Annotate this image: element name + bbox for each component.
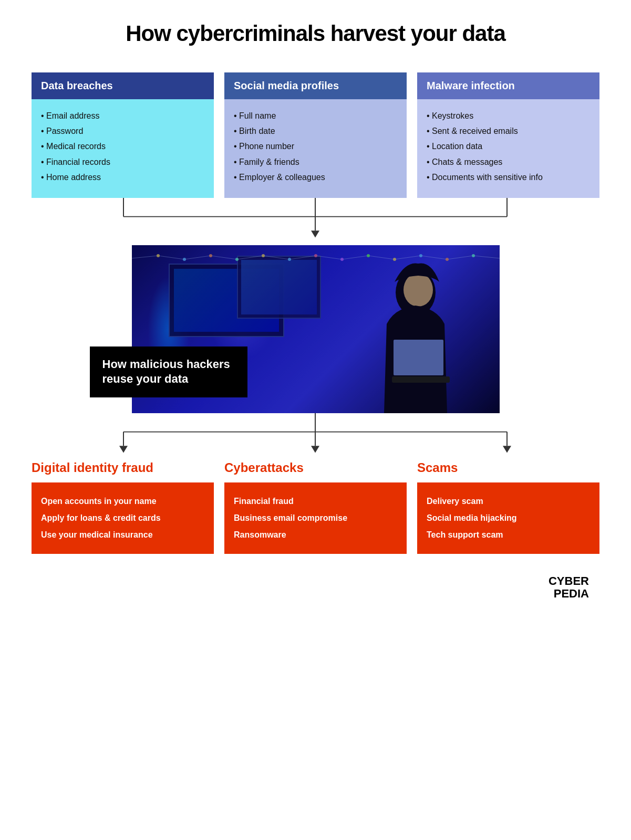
list-item: Family & friends (234, 155, 397, 169)
list-item: Keystrokes (427, 109, 590, 123)
bottom-cards-section: Digital identity fraud Open accounts in … (32, 460, 599, 554)
malware-card: Malware infection Keystrokes Sent & rece… (417, 72, 599, 198)
list-item: Home address (41, 170, 204, 184)
list-item: Email address (41, 109, 204, 123)
mid-to-bottom-arrows (32, 413, 599, 460)
hackers-label-line2: reuse your data (102, 372, 189, 385)
list-item: Delivery scam (427, 493, 590, 510)
data-breaches-list: Email address Password Medical records F… (41, 109, 204, 184)
cyberattacks-body: Financial fraud Business email compromis… (224, 482, 407, 554)
hackers-label-line1: How malicious hackers (102, 358, 230, 371)
mid-section: How malicious hackers reuse your data (32, 245, 599, 413)
list-item: Ransomware (234, 527, 397, 543)
bottom-arrows-svg (32, 413, 599, 455)
social-media-body: Full name Birth date Phone number Family… (224, 99, 407, 198)
social-media-header: Social media profiles (224, 72, 407, 99)
svg-marker-31 (503, 446, 511, 453)
list-item: Apply for loans & credit cards (41, 510, 204, 527)
footer-logo: CYBER PEDIA (549, 575, 589, 600)
list-item: Financial fraud (234, 493, 397, 510)
social-media-card: Social media profiles Full name Birth da… (224, 72, 407, 198)
malware-body: Keystrokes Sent & received emails Locati… (417, 99, 599, 198)
list-item: Location data (427, 139, 590, 153)
scams-body: Delivery scam Social media hijacking Tec… (417, 482, 599, 554)
list-item: Use your medical insurance (41, 527, 204, 543)
social-media-list: Full name Birth date Phone number Family… (234, 109, 397, 184)
list-item: Open accounts in your name (41, 493, 204, 510)
footer: CYBER PEDIA (32, 554, 599, 600)
digital-fraud-title: Digital identity fraud (32, 460, 214, 475)
list-item: Business email compromise (234, 510, 397, 527)
svg-marker-6 (311, 230, 319, 237)
malware-list: Keystrokes Sent & received emails Locati… (427, 109, 590, 184)
top-cards-section: Data breaches Email address Password Med… (32, 72, 599, 198)
main-title: How cybercriminals harvest your data (32, 21, 599, 46)
footer-logo-line1: CYBER (549, 575, 589, 587)
cyberattacks-title: Cyberattacks (224, 460, 407, 475)
list-item: Password (41, 124, 204, 138)
hackers-label-box: How malicious hackers reuse your data (90, 346, 247, 397)
cyberattacks-card: Cyberattacks Financial fraud Business em… (224, 460, 407, 554)
list-item: Documents with sensitive info (427, 170, 590, 184)
data-breaches-header: Data breaches (32, 72, 214, 99)
flow-arrows-svg (32, 198, 599, 240)
data-breaches-card: Data breaches Email address Password Med… (32, 72, 214, 198)
digital-fraud-card: Digital identity fraud Open accounts in … (32, 460, 214, 554)
list-item: Sent & received emails (427, 124, 590, 138)
data-breaches-body: Email address Password Medical records F… (32, 99, 214, 198)
digital-fraud-body: Open accounts in your name Apply for loa… (32, 482, 214, 554)
svg-marker-29 (311, 446, 319, 453)
list-item: Medical records (41, 139, 204, 153)
list-item: Full name (234, 109, 397, 123)
list-item: Employer & colleagues (234, 170, 397, 184)
list-item: Chats & messages (427, 155, 590, 169)
list-item: Tech support scam (427, 527, 590, 543)
list-item: Phone number (234, 139, 397, 153)
footer-logo-line2: PEDIA (549, 587, 589, 600)
top-to-mid-arrows (32, 198, 599, 245)
list-item: Financial records (41, 155, 204, 169)
scams-card: Scams Delivery scam Social media hijacki… (417, 460, 599, 554)
malware-header: Malware infection (417, 72, 599, 99)
list-item: Social media hijacking (427, 510, 590, 527)
scams-title: Scams (417, 460, 599, 475)
svg-marker-27 (119, 446, 128, 453)
list-item: Birth date (234, 124, 397, 138)
